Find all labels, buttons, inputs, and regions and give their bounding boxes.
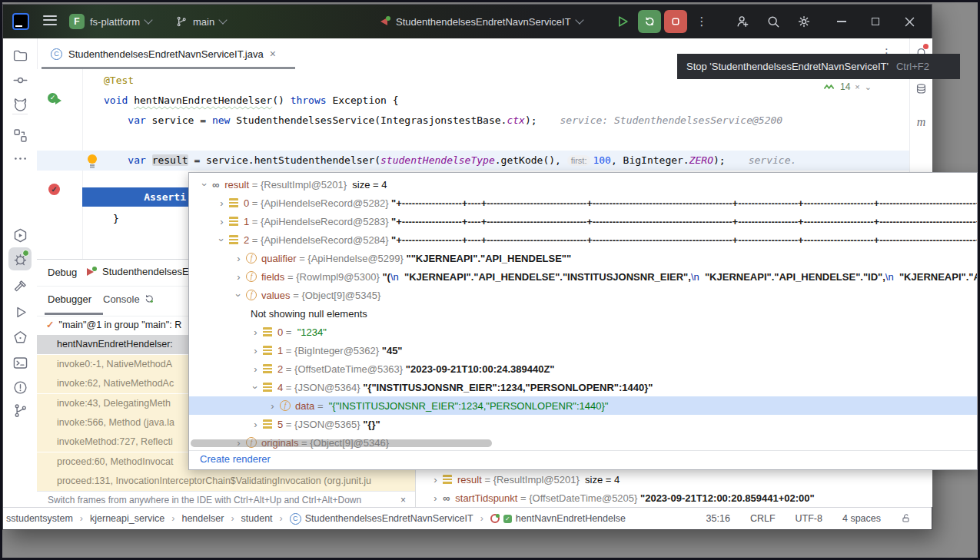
debug-session-tab[interactable]: StudenthendelsesEndretNavnServiceIT [86,266,188,277]
test-passed-icon: ✓ [503,515,512,523]
code-line[interactable]: var result = service.hentStudenthendelse… [37,151,912,171]
tree-row[interactable]: ›fvalues = {Object[9]@5345} [189,286,978,304]
more-actions-icon[interactable]: ⋮ [693,5,710,38]
run-button[interactable] [615,14,630,29]
field-icon: f [246,290,257,300]
database-icon[interactable] [913,81,929,98]
field-icon: f [246,253,257,263]
minimize-icon[interactable] [833,5,850,38]
version-control-tool-icon[interactable] [8,399,32,422]
code-line[interactable]: void hentNavnEndretHendelser() throws Ex… [37,91,912,111]
breadcrumb-item[interactable]: sstudentsystem [6,513,73,524]
close-icon[interactable] [901,5,918,38]
tree-row[interactable]: ›∞startTidspunkt = {OffsetDateTime@5205}… [420,489,912,507]
popup-footer: Create renderer [189,450,977,469]
add-user-icon[interactable] [735,14,750,29]
breadcrumb-item[interactable]: CStudenthendelsesEndretNavnServiceIT [290,513,473,525]
tree-row[interactable]: ›4 = {JSON@5364} "{"INSTITUSJONSNR_EIER"… [189,378,978,396]
notification-badge [923,44,929,49]
list-item-icon [229,235,238,245]
panel-divider [415,467,416,508]
breadcrumb-item[interactable]: kjerneapi_service [90,513,164,524]
tree-row[interactable]: ›fqualifier = {ApiHendelse@5299} ""KJERN… [189,249,978,267]
tab-console[interactable]: Console [103,293,140,305]
thread-check-icon: ✓ [46,320,54,330]
tree-row[interactable]: ›5 = {JSON@5365} "{}" [189,415,978,433]
stop-button[interactable] [664,10,687,33]
lock-icon[interactable] [901,513,912,524]
run-test-gutter-icon[interactable]: ✓ [48,92,61,106]
build-tool-icon[interactable] [8,274,32,297]
variables-panel: ›result = {ResultImpl@5201} size = 4›∞st… [420,470,912,508]
breadcrumb-item[interactable]: hendelser [181,513,224,524]
inspection-expand-icon[interactable]: ⌄ [865,82,872,92]
inspection-close-icon[interactable]: × [855,82,859,91]
list-item-icon [229,217,238,227]
indent-style[interactable]: 4 spaces [842,513,881,524]
search-icon[interactable] [766,14,781,29]
maximize-icon[interactable] [867,5,884,38]
debug-session-icon [86,267,97,277]
line-ending[interactable]: CRLF [750,513,776,524]
tree-row[interactable]: ›fdata = "{"INSTITUSJONSNR_EIER":1234,"P… [189,396,978,415]
horizontal-scrollbar[interactable] [191,439,492,447]
file-encoding[interactable]: UTF-8 [796,513,822,524]
chevron-down-icon [575,15,583,24]
main-menu-icon[interactable] [43,15,57,27]
breadcrumb-item[interactable]: ✓hentNavnEndretHendelse [490,513,626,524]
breakpoint-icon[interactable]: ✓ [48,184,60,195]
pull-requests-icon[interactable] [8,93,32,116]
debug-config-icon [380,16,390,27]
closing-brace: } [113,209,119,229]
list-item-icon [263,327,272,337]
intellij-logo-icon[interactable] [12,13,29,30]
project-tool-icon[interactable] [8,44,32,67]
field-icon: f [280,400,291,411]
rerun-debug-button[interactable] [638,10,661,33]
project-name: fs-plattform [90,16,140,28]
project-widget[interactable]: F fs-plattform [69,5,151,38]
branch-widget[interactable]: main [175,5,226,38]
create-renderer-link[interactable]: Create renderer [200,453,271,465]
more-tools-icon[interactable] [8,147,32,170]
chevron-down-icon [144,15,152,24]
tree-row[interactable]: ›0 = {ApiHendelseRecord@5282} "+--------… [189,194,978,212]
intention-bulb-icon[interactable] [88,154,98,167]
endpoints-tool-icon[interactable] [8,326,32,349]
debug-tool-icon[interactable] [8,247,32,270]
commit-tool-icon[interactable] [8,68,32,91]
editor-tab[interactable]: C StudenthendelsesEndretNavnServiceIT.ja… [43,38,284,69]
tree-row[interactable]: ›2 = {OffsetDateTime@5363} "2023-09-21T1… [189,360,978,378]
tree-note[interactable]: Not showing null elements [189,304,978,323]
stack-frame[interactable]: proceed:131, InvocationInterceptorChain$… [37,472,415,491]
tab-debugger[interactable]: Debugger [48,293,91,305]
maven-icon[interactable]: m [913,114,929,130]
problems-tool-icon[interactable] [8,376,32,399]
tree-row[interactable]: ›2 = {ApiHendelseRecord@5284} "+--------… [189,230,978,249]
terminal-tool-icon[interactable] [8,351,32,374]
structure-tool-icon[interactable] [8,124,32,147]
code-line[interactable] [37,131,912,151]
tree-row[interactable]: ›ffields = {RowImpl9@5300} "(\n "KJERNEA… [189,267,978,286]
run-tool-icon[interactable] [8,300,32,323]
inspections-widget[interactable]: 14 × ⌄ [824,81,872,92]
test-method-icon [490,514,500,523]
breadcrumb: sstudentsystem›kjerneapi_service›hendels… [6,508,713,529]
title-bar: F fs-plattform main StudenthendelsesEndr… [3,5,932,38]
tree-row[interactable]: ›0 = "1234" [189,323,978,341]
banner-close-icon[interactable]: × [400,492,406,508]
branch-icon [175,15,188,28]
caret-position[interactable]: 35:16 [706,513,730,524]
tree-row[interactable]: ›1 = {ApiHendelseRecord@5283} "+--------… [189,212,978,230]
tree-row[interactable]: ›1 = {BigInteger@5362} "45" [189,341,978,360]
tree-row[interactable]: ›∞result = {ResultImpl@5201} size = 4 [189,175,978,194]
tab-close-icon[interactable]: × [270,48,276,60]
services-tool-icon[interactable] [8,224,32,247]
breadcrumb-item[interactable]: student [241,513,273,524]
rerun-icon[interactable] [143,293,155,305]
tree-row[interactable]: ›result = {ResultImpl@5201} size = 4 [420,470,912,489]
code-line[interactable]: var service = new StudenthendelsesServic… [37,111,912,131]
run-configuration-widget[interactable]: StudenthendelsesEndretNavnServiceIT [380,5,583,38]
settings-gear-icon[interactable] [796,14,812,29]
project-avatar: F [69,14,85,29]
